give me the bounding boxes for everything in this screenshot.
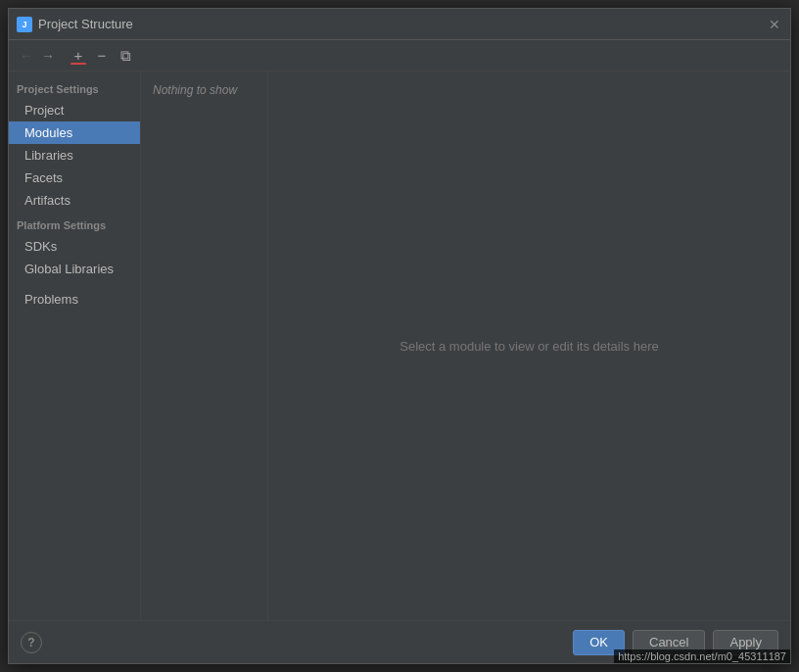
sidebar-item-problems[interactable]: Problems [9, 288, 140, 311]
add-button[interactable]: + [68, 45, 89, 67]
main-content: Project Settings Project Modules Librari… [9, 72, 790, 620]
footer-left: ? [21, 632, 42, 653]
help-button[interactable]: ? [21, 632, 42, 653]
nothing-to-show-label: Nothing to show [145, 79, 263, 101]
modules-list: Nothing to show [141, 72, 268, 620]
sidebar-item-modules[interactable]: Modules [9, 121, 140, 144]
title-bar: J Project Structure ✕ [9, 9, 790, 40]
sidebar-item-sdks[interactable]: SDKs [9, 235, 140, 258]
dialog-title: Project Structure [38, 17, 767, 31]
content-pane: Nothing to show Select a module to view … [141, 72, 790, 620]
sidebar-item-libraries[interactable]: Libraries [9, 144, 140, 167]
copy-button[interactable]: ⧉ [115, 45, 136, 67]
sidebar-item-project[interactable]: Project [9, 99, 140, 121]
app-icon: J [17, 17, 32, 32]
nav-buttons: ← → [17, 46, 58, 66]
sidebar-item-artifacts[interactable]: Artifacts [9, 189, 140, 212]
platform-settings-label: Platform Settings [9, 212, 140, 235]
sidebar-item-facets[interactable]: Facets [9, 167, 140, 189]
sidebar: Project Settings Project Modules Librari… [9, 72, 141, 620]
add-button-underline [70, 63, 86, 65]
remove-button[interactable]: − [91, 45, 113, 67]
project-settings-label: Project Settings [9, 75, 140, 99]
back-button[interactable]: ← [17, 46, 36, 66]
url-bar: https://blog.csdn.net/m0_45311187 [614, 649, 790, 663]
detail-pane: Select a module to view or edit its deta… [268, 72, 790, 620]
toolbar: ← → + − ⧉ [9, 40, 790, 72]
project-structure-dialog: J Project Structure ✕ ← → + − ⧉ Project … [8, 8, 791, 664]
sidebar-item-global-libraries[interactable]: Global Libraries [9, 258, 140, 280]
forward-button[interactable]: → [38, 46, 58, 66]
close-button[interactable]: ✕ [767, 17, 782, 32]
detail-hint-text: Select a module to view or edit its deta… [400, 339, 658, 354]
